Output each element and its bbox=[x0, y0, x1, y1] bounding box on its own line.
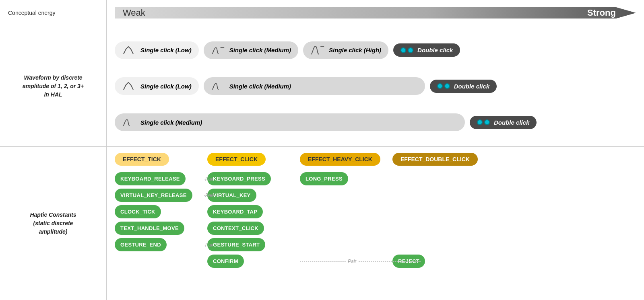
effect-heavy-click-badge: EFFECT_HEAVY_CLICK bbox=[300, 153, 380, 166]
waveform-row-1: Single click (Low) Single click (Medium) bbox=[115, 41, 636, 59]
pill-single-click-med-2: Single click (Medium) bbox=[204, 77, 425, 95]
double-click-icon-2 bbox=[437, 83, 450, 89]
med-wave-icon-1 bbox=[211, 45, 225, 56]
badge-clock-tick[interactable]: CLOCK_TICK bbox=[115, 205, 161, 218]
cell-keyboard-release: KEYBOARD_RELEASE Pair bbox=[115, 172, 207, 185]
effect-click-cell: EFFECT_CLICK bbox=[207, 153, 300, 166]
badge-confirm[interactable]: CONFIRM bbox=[207, 255, 244, 268]
cell-gesture-end: GESTURE_END Pair bbox=[115, 238, 207, 251]
gradient-arrow-svg bbox=[115, 5, 636, 21]
right-content: Weak Strong Single click (Low) bbox=[107, 0, 644, 300]
arrow-bar: Weak Strong bbox=[107, 0, 644, 26]
cell-empty-3 bbox=[392, 189, 636, 202]
pill-label: Single click (Medium) bbox=[229, 83, 291, 90]
cell-empty-7 bbox=[392, 222, 636, 235]
pill-double-click-2: Double click bbox=[430, 80, 497, 93]
cell-empty-4 bbox=[300, 205, 392, 218]
cell-empty-5 bbox=[392, 205, 636, 218]
row-virtual-key: VIRTUAL_KEY_RELEASE Pair VIRTUAL_KEY bbox=[115, 189, 636, 202]
cell-reject: REJECT bbox=[392, 255, 636, 268]
cell-long-press: LONG_PRESS bbox=[300, 172, 392, 185]
effect-badges-row: EFFECT_TICK EFFECT_CLICK EFFECT_HEAVY_CL… bbox=[115, 153, 636, 166]
pair-label-keyboard: Pair bbox=[205, 176, 214, 182]
dot-1 bbox=[400, 47, 406, 53]
waveform-row-2: Single click (Low) Single click (Medium) bbox=[115, 77, 636, 95]
cell-pair-confirm-reject: Pair bbox=[300, 255, 392, 268]
row-text-handle: TEXT_HANDLE_MOVE CONTEXT_CLICK bbox=[115, 222, 636, 235]
left-labels: Conceptual energy Waveform by discreteam… bbox=[0, 0, 107, 300]
cell-virtual-key-release: VIRTUAL_KEY_RELEASE Pair bbox=[115, 189, 207, 202]
low-wave-icon-1 bbox=[122, 45, 136, 56]
pill-label: Double click bbox=[454, 83, 489, 90]
high-wave-icon-1 bbox=[310, 45, 325, 56]
cell-empty-10 bbox=[115, 255, 207, 268]
waveform-label: Waveform by discreteamplitude of 1, 2, o… bbox=[0, 26, 106, 147]
row-keyboard: KEYBOARD_RELEASE Pair KEYBOARD_PRESS bbox=[115, 172, 636, 185]
cell-empty-6 bbox=[300, 222, 392, 235]
pair-label-virtual-key: Pair bbox=[205, 193, 214, 198]
pair-label-gesture: Pair bbox=[205, 242, 214, 248]
pair-label-confirm-reject: Pair bbox=[346, 259, 358, 264]
med-wave-icon-2 bbox=[211, 80, 225, 92]
med-wave-icon-3 bbox=[122, 117, 136, 128]
pill-single-click-med-3: Single click (Medium) bbox=[115, 113, 465, 131]
cell-confirm: CONFIRM bbox=[207, 255, 300, 268]
effect-click-badge: EFFECT_CLICK bbox=[207, 153, 266, 166]
cell-empty-1 bbox=[392, 172, 636, 185]
row-confirm-reject: CONFIRM Pair REJECT bbox=[115, 255, 636, 268]
badge-virtual-key-release[interactable]: VIRTUAL_KEY_RELEASE bbox=[115, 189, 192, 202]
arrow-track: Weak Strong bbox=[115, 5, 636, 21]
conceptual-energy-label: Conceptual energy bbox=[0, 0, 106, 26]
pill-label: Double click bbox=[494, 119, 529, 126]
pill-label: Single click (Low) bbox=[140, 83, 192, 90]
waveform-row-3: Single click (Medium) Double click bbox=[115, 113, 636, 131]
pill-single-click-low-1: Single click (Low) bbox=[115, 41, 199, 59]
pill-single-click-low-2: Single click (Low) bbox=[115, 77, 199, 95]
strong-label: Strong bbox=[587, 8, 624, 18]
pill-label: Single click (High) bbox=[329, 47, 381, 53]
effect-heavy-click-cell: EFFECT_HEAVY_CLICK bbox=[300, 153, 392, 166]
badge-text-handle-move[interactable]: TEXT_HANDLE_MOVE bbox=[115, 222, 184, 235]
cell-context-click: CONTEXT_CLICK bbox=[207, 222, 300, 235]
row-gesture: GESTURE_END Pair GESTURE_START bbox=[115, 238, 636, 251]
cell-text-handle-move: TEXT_HANDLE_MOVE bbox=[115, 222, 207, 235]
pair-line-confirm-reject bbox=[300, 261, 421, 262]
badge-gesture-end[interactable]: GESTURE_END bbox=[115, 238, 167, 251]
double-click-icon-3 bbox=[477, 119, 490, 125]
pill-label: Single click (Medium) bbox=[229, 47, 291, 53]
cell-keyboard-tap: KEYBOARD_TAP bbox=[207, 205, 300, 218]
row-clock-tick: CLOCK_TICK KEYBOARD_TAP bbox=[115, 205, 636, 218]
badge-context-click[interactable]: CONTEXT_CLICK bbox=[207, 222, 264, 235]
effect-tick-badge: EFFECT_TICK bbox=[115, 153, 169, 166]
cell-empty-8 bbox=[300, 238, 392, 251]
haptic-section: EFFECT_TICK EFFECT_CLICK EFFECT_HEAVY_CL… bbox=[107, 147, 644, 300]
constants-area: KEYBOARD_RELEASE Pair KEYBOARD_PRESS bbox=[115, 172, 636, 294]
badge-long-press[interactable]: LONG_PRESS bbox=[300, 172, 348, 185]
effect-double-click-cell: EFFECT_DOUBLE_CLICK bbox=[392, 153, 636, 166]
badge-keyboard-tap[interactable]: KEYBOARD_TAP bbox=[207, 205, 263, 218]
haptic-constants-label: Haptic Constants(static discreteamplitud… bbox=[0, 147, 106, 300]
cell-empty-2 bbox=[300, 189, 392, 202]
pill-label: Single click (Low) bbox=[140, 47, 192, 53]
pill-label: Single click (Medium) bbox=[140, 119, 202, 126]
waveform-section: Single click (Low) Single click (Medium) bbox=[107, 26, 644, 147]
pill-double-click-1: Double click bbox=[393, 43, 460, 57]
badge-keyboard-release[interactable]: KEYBOARD_RELEASE bbox=[115, 172, 186, 185]
pill-double-click-3: Double click bbox=[470, 116, 537, 129]
pill-single-click-high-1: Single click (High) bbox=[303, 41, 388, 59]
cell-clock-tick: CLOCK_TICK bbox=[115, 205, 207, 218]
weak-label: Weak bbox=[119, 8, 153, 18]
effect-tick-cell: EFFECT_TICK bbox=[115, 153, 207, 166]
double-click-icon-1 bbox=[400, 47, 413, 53]
low-wave-icon-2 bbox=[122, 80, 136, 92]
dot-2 bbox=[408, 47, 413, 53]
effect-double-click-badge: EFFECT_DOUBLE_CLICK bbox=[392, 153, 478, 166]
pill-single-click-med-1: Single click (Medium) bbox=[204, 41, 298, 59]
svg-marker-0 bbox=[115, 7, 636, 18]
main-container: Conceptual energy Waveform by discreteam… bbox=[0, 0, 644, 300]
cell-empty-9 bbox=[392, 238, 636, 251]
pill-label: Double click bbox=[417, 47, 453, 53]
